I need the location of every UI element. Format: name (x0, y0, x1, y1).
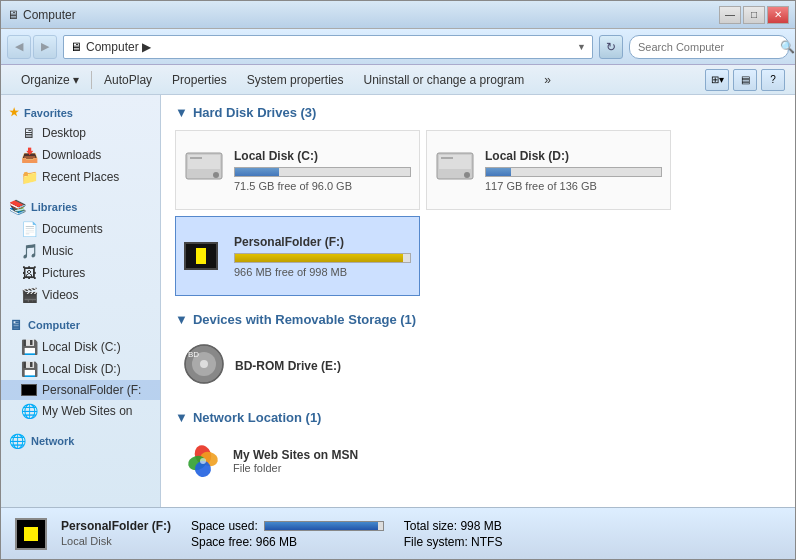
network-msn[interactable]: My Web Sites on MSN File folder (175, 435, 781, 487)
search-bar[interactable]: 🔍 (629, 35, 789, 59)
preview-pane-button[interactable]: ▤ (733, 69, 757, 91)
sidebar-item-pictures-label: Pictures (42, 266, 85, 280)
drive-d-name: Local Disk (D:) (485, 149, 662, 163)
drive-f-fill (235, 254, 403, 262)
sidebar: ★ Favorites 🖥 Desktop 📥 Downloads 📁 Rece… (1, 95, 161, 507)
bd-icon: BD (183, 343, 225, 392)
back-button[interactable]: ◀ (7, 35, 31, 59)
svg-point-2 (213, 172, 219, 178)
address-bar[interactable]: 🖥 Computer ▶ ▼ (63, 35, 593, 59)
sidebar-item-videos[interactable]: 🎬 Videos (1, 284, 160, 306)
system-properties-button[interactable]: System properties (237, 69, 354, 91)
favorites-star-icon: ★ (9, 106, 19, 119)
favorites-label: Favorites (24, 107, 73, 119)
sidebar-computer-header[interactable]: 🖥 Computer (1, 312, 160, 336)
status-fs-value: NTFS (471, 535, 502, 549)
drive-f-name: PersonalFolder (F:) (234, 235, 411, 249)
sidebar-libraries-header[interactable]: 📚 Libraries (1, 194, 160, 218)
autoplay-button[interactable]: AutoPlay (94, 69, 162, 91)
title-bar-left: 🖥 Computer (7, 8, 76, 22)
drive-c-name: Local Disk (C:) (234, 149, 411, 163)
search-input[interactable] (638, 41, 776, 53)
sidebar-item-downloads[interactable]: 📥 Downloads (1, 144, 160, 166)
local-d-icon: 💾 (21, 361, 37, 377)
status-details: PersonalFolder (F:) Local Disk Space use… (61, 519, 781, 549)
drive-d-free: 117 GB free of 136 GB (485, 180, 662, 192)
svg-point-17 (200, 458, 206, 464)
computer-icon: 🖥 (9, 317, 23, 333)
help-button[interactable]: ? (761, 69, 785, 91)
title-bar-controls: — □ ✕ (719, 6, 789, 24)
address-dropdown-arrow[interactable]: ▼ (577, 42, 586, 52)
drive-c-free: 71.5 GB free of 96.0 GB (234, 180, 411, 192)
svg-point-10 (200, 360, 208, 368)
status-drive-icon (15, 518, 47, 550)
sidebar-item-local-c-label: Local Disk (C:) (42, 340, 121, 354)
svg-rect-7 (441, 157, 453, 159)
downloads-icon: 📥 (21, 147, 37, 163)
sidebar-network-header[interactable]: 🌐 Network (1, 428, 160, 452)
minimize-button[interactable]: — (719, 6, 741, 24)
bd-info: BD-ROM Drive (E:) (235, 359, 341, 377)
sidebar-item-mywebsites[interactable]: 🌐 My Web Sites on (1, 400, 160, 422)
view-options-button[interactable]: ⊞▾ (705, 69, 729, 91)
status-bar: PersonalFolder (F:) Local Disk Space use… (1, 507, 795, 559)
documents-icon: 📄 (21, 221, 37, 237)
title-icon: 🖥 (7, 8, 19, 22)
pictures-icon: 🖼 (21, 265, 37, 281)
sidebar-item-desktop-label: Desktop (42, 126, 86, 140)
window-title: Computer (23, 8, 76, 22)
hard-disk-arrow[interactable]: ▼ (175, 105, 188, 120)
forward-button[interactable]: ▶ (33, 35, 57, 59)
maximize-button[interactable]: □ (743, 6, 765, 24)
drive-f-info: PersonalFolder (F:) 966 MB free of 998 M… (234, 235, 411, 278)
bd-name: BD-ROM Drive (E:) (235, 359, 341, 373)
libraries-label: Libraries (31, 201, 77, 213)
sidebar-favorites-header[interactable]: ★ Favorites (1, 101, 160, 122)
status-drive-sub: Local Disk (61, 535, 171, 547)
drives-grid: Local Disk (C:) 71.5 GB free of 96.0 GB (175, 130, 781, 296)
libraries-icon: 📚 (9, 199, 26, 215)
status-drive-name: PersonalFolder (F:) (61, 519, 171, 533)
removable-arrow[interactable]: ▼ (175, 312, 188, 327)
sidebar-item-personal-f[interactable]: PersonalFolder (F: (1, 380, 160, 400)
msn-name: My Web Sites on MSN (233, 448, 358, 462)
recent-icon: 📁 (21, 169, 37, 185)
address-icon: 🖥 (70, 40, 82, 54)
sidebar-item-videos-label: Videos (42, 288, 78, 302)
drive-c-progress (234, 167, 411, 177)
search-icon: 🔍 (780, 40, 795, 54)
sidebar-item-recent[interactable]: 📁 Recent Places (1, 166, 160, 188)
status-size-col: Total size: 998 MB File system: NTFS (404, 519, 503, 549)
title-bar: 🖥 Computer — □ ✕ (1, 1, 795, 29)
drive-d[interactable]: Local Disk (D:) 117 GB free of 136 GB (426, 130, 671, 210)
network-label: Network (31, 435, 74, 447)
hard-disk-title: Hard Disk Drives (3) (193, 105, 317, 120)
status-filesystem: File system: NTFS (404, 535, 503, 549)
sidebar-item-pictures[interactable]: 🖼 Pictures (1, 262, 160, 284)
close-button[interactable]: ✕ (767, 6, 789, 24)
back-fwd-buttons: ◀ ▶ (7, 35, 57, 59)
drive-c[interactable]: Local Disk (C:) 71.5 GB free of 96.0 GB (175, 130, 420, 210)
more-button[interactable]: » (534, 69, 561, 91)
sidebar-item-local-d[interactable]: 💾 Local Disk (D:) (1, 358, 160, 380)
bd-drive[interactable]: BD BD-ROM Drive (E:) (175, 337, 781, 398)
sidebar-item-recent-label: Recent Places (42, 170, 119, 184)
drive-f-icon (184, 242, 224, 270)
drive-d-info: Local Disk (D:) 117 GB free of 136 GB (485, 149, 662, 192)
sidebar-item-music[interactable]: 🎵 Music (1, 240, 160, 262)
properties-button[interactable]: Properties (162, 69, 237, 91)
organize-button[interactable]: Organize ▾ (11, 69, 89, 91)
refresh-button[interactable]: ↻ (599, 35, 623, 59)
network-arrow[interactable]: ▼ (175, 410, 188, 425)
svg-point-6 (464, 172, 470, 178)
status-total-size-value: 998 MB (460, 519, 501, 533)
removable-title: Devices with Removable Storage (1) (193, 312, 416, 327)
drive-f[interactable]: PersonalFolder (F:) 966 MB free of 998 M… (175, 216, 420, 296)
sidebar-item-documents[interactable]: 📄 Documents (1, 218, 160, 240)
main-area: ★ Favorites 🖥 Desktop 📥 Downloads 📁 Rece… (1, 95, 795, 507)
sidebar-item-desktop[interactable]: 🖥 Desktop (1, 122, 160, 144)
local-c-icon: 💾 (21, 339, 37, 355)
uninstall-button[interactable]: Uninstall or change a program (353, 69, 534, 91)
sidebar-item-local-c[interactable]: 💾 Local Disk (C:) (1, 336, 160, 358)
